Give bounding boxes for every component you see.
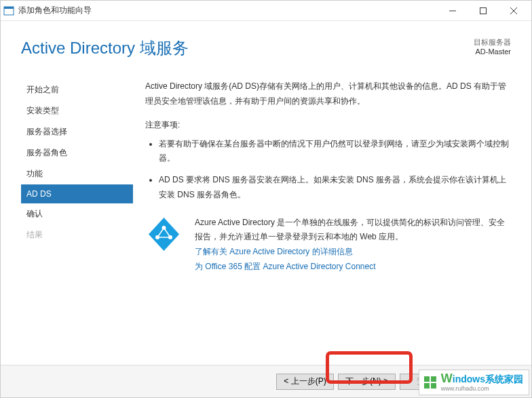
header-section: Active Directory 域服务 目标服务器 AD-Master — [1, 21, 531, 66]
maximize-button[interactable] — [468, 1, 498, 20]
sidebar-item-install-type[interactable]: 安装类型 — [21, 100, 133, 121]
svg-rect-3 — [480, 7, 486, 14]
sidebar: 开始之前 安装类型 服务器选择 服务器角色 功能 AD DS 确认 结果 — [1, 66, 133, 365]
main-body: 开始之前 安装类型 服务器选择 服务器角色 功能 AD DS 确认 结果 Act… — [1, 66, 531, 365]
app-icon — [3, 5, 14, 16]
svg-rect-15 — [424, 383, 430, 389]
list-item: AD DS 要求将 DNS 服务器安装在网络上。如果未安装 DNS 服务器，系统… — [159, 173, 511, 202]
notice-list: 若要有助于确保在某台服务器中断的情况下用户仍然可以登录到网络，请至少为域安装两个… — [145, 137, 511, 202]
previous-button[interactable]: < 上一步(P) — [276, 374, 334, 390]
target-server: 目标服务器 AD-Master — [474, 37, 511, 56]
minimize-button[interactable] — [437, 1, 468, 20]
notice-title: 注意事项: — [145, 118, 511, 133]
svg-marker-6 — [149, 218, 179, 251]
intro-text: Active Directory 域服务(AD DS)存储有关网络上的用户、计算… — [145, 79, 511, 108]
window-title: 添加角色和功能向导 — [18, 5, 437, 16]
azure-icon — [145, 216, 183, 253]
azure-link-learn-more[interactable]: 了解有关 Azure Active Directory 的详细信息 — [195, 245, 511, 258]
sidebar-item-server-select[interactable]: 服务器选择 — [21, 121, 133, 142]
svg-rect-16 — [431, 383, 436, 389]
target-server-name: AD-Master — [474, 47, 511, 56]
watermark: Windows系统家园 www.ruihadu.com — [419, 370, 529, 395]
list-item: 若要有助于确保在某台服务器中断的情况下用户仍然可以登录到网络，请至少为域安装两个… — [159, 137, 511, 166]
target-server-label: 目标服务器 — [474, 37, 511, 47]
sidebar-item-results: 结果 — [21, 224, 133, 245]
azure-link-office365[interactable]: 为 Office 365 配置 Azure Active Directory C… — [195, 260, 511, 273]
next-button[interactable]: 下一步(N) > — [338, 374, 396, 390]
svg-rect-14 — [431, 376, 436, 382]
sidebar-item-confirm[interactable]: 确认 — [21, 203, 133, 224]
close-button[interactable] — [498, 1, 529, 20]
sidebar-item-before-begin[interactable]: 开始之前 — [21, 79, 133, 100]
sidebar-item-adds[interactable]: AD DS — [21, 184, 133, 203]
azure-info-box: Azure Active Directory 是一个单独的在线服务，可以提供简化… — [145, 216, 511, 274]
window-controls — [437, 1, 529, 20]
wizard-window: 添加角色和功能向导 Active Directory 域服务 目标服务器 AD-… — [0, 0, 532, 398]
page-title: Active Directory 域服务 — [21, 37, 189, 59]
watermark-url: www.ruihadu.com — [441, 386, 523, 393]
watermark-text: Windows系统家园 www.ruihadu.com — [441, 372, 523, 393]
content-panel: Active Directory 域服务(AD DS)存储有关网络上的用户、计算… — [133, 66, 531, 365]
content-area: Active Directory 域服务 目标服务器 AD-Master 开始之… — [1, 21, 531, 397]
windows-logo-icon — [423, 375, 438, 390]
azure-description: Azure Active Directory 是一个单独的在线服务，可以提供简化… — [195, 216, 511, 243]
svg-rect-13 — [424, 376, 430, 382]
titlebar: 添加角色和功能向导 — [1, 1, 531, 21]
sidebar-item-features[interactable]: 功能 — [21, 163, 133, 184]
azure-text: Azure Active Directory 是一个单独的在线服务，可以提供简化… — [195, 216, 511, 274]
svg-rect-1 — [4, 7, 14, 9]
sidebar-item-server-roles[interactable]: 服务器角色 — [21, 142, 133, 163]
